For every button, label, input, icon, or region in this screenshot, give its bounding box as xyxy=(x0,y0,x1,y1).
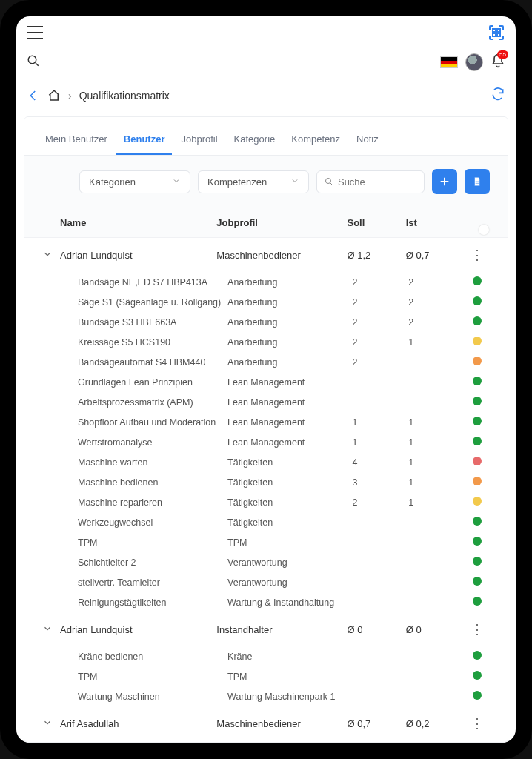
status-dot xyxy=(473,357,482,365)
menu-icon[interactable] xyxy=(27,26,43,39)
search-input[interactable] xyxy=(338,176,416,188)
table-row[interactable]: Wartung MaschinenWartung Maschinenpark 1 xyxy=(24,686,508,706)
table-row[interactable]: Schichtleiter 2Verantwortung xyxy=(24,552,508,572)
row-job: Verantwortung xyxy=(227,577,352,588)
row-menu-icon[interactable]: ⋮ xyxy=(471,716,484,731)
group-job: Maschinenbediener xyxy=(216,250,347,261)
svg-point-4 xyxy=(28,56,36,64)
tab-kompetenz[interactable]: Kompetenz xyxy=(284,127,348,155)
export-button[interactable] xyxy=(465,169,490,194)
group-ist: Ø 0 xyxy=(406,624,465,635)
table-row[interactable]: ReinigungstägtikeitenWartung & Instandha… xyxy=(24,592,508,612)
search-icon[interactable] xyxy=(27,54,40,70)
row-ist: 2 xyxy=(408,277,465,288)
row-job: Anarbeitung xyxy=(227,337,352,348)
row-job: Kräne xyxy=(227,652,352,662)
table-group-row[interactable]: Adrian LundquistMaschinenbedienerØ 1,2Ø … xyxy=(24,238,508,272)
row-ist: 1 xyxy=(408,437,465,448)
group-soll: Ø 1,2 xyxy=(347,250,405,261)
table-group-row[interactable]: Adrian LundquistInstandhalterØ 0Ø 0⋮ xyxy=(24,612,508,646)
table-row[interactable]: Maschine bedienenTätigkeiten31 xyxy=(24,472,508,492)
table-row[interactable]: Bandsäge NE,ED S7 HBP413AAnarbeitung22 xyxy=(24,272,508,292)
table-row[interactable]: Maschine wartenTätigkeiten41 xyxy=(24,452,508,472)
competence-select-label: Kompetenzen xyxy=(207,176,267,188)
notifications-icon[interactable]: 55 xyxy=(491,53,505,71)
category-select[interactable]: Kategorien xyxy=(79,170,190,193)
table-row[interactable]: Maschine reparierenTätigkeiten21 xyxy=(24,492,508,512)
table-row[interactable]: TPMTPM xyxy=(24,532,508,552)
refresh-icon[interactable] xyxy=(491,87,505,105)
status-dot xyxy=(473,377,482,385)
row-ist: 1 xyxy=(408,417,465,428)
row-name: Grundlagen Lean Prinzipien xyxy=(60,377,227,388)
svg-rect-3 xyxy=(497,33,500,36)
row-soll: 1 xyxy=(352,417,408,428)
row-ist: 1 xyxy=(408,457,465,468)
status-dot xyxy=(473,296,482,305)
column-header-name[interactable]: Name xyxy=(60,217,216,228)
row-job: Wartung Maschinenpark 1 xyxy=(227,692,352,702)
group-ist: Ø 0,7 xyxy=(406,250,465,261)
svg-rect-0 xyxy=(493,29,496,32)
tab-notiz[interactable]: Notiz xyxy=(349,127,386,155)
tab-kategorie[interactable]: Kategorie xyxy=(227,127,283,155)
column-header-ist[interactable]: Ist xyxy=(406,217,465,228)
table-row[interactable]: stellvertr. TeamleiterVerantwortung xyxy=(24,572,508,592)
row-job: Anarbeitung xyxy=(227,317,352,328)
group-soll: Ø 0 xyxy=(347,624,405,635)
row-soll: 2 xyxy=(352,297,408,308)
row-job: Tätigkeiten xyxy=(227,477,352,488)
back-icon[interactable] xyxy=(27,89,40,102)
expand-icon[interactable] xyxy=(42,717,60,730)
column-header-soll[interactable]: Soll xyxy=(347,217,405,228)
row-ist: 1 xyxy=(408,497,465,508)
status-dot xyxy=(473,397,482,405)
status-dot xyxy=(473,597,482,606)
row-name: stellvertr. Teamleiter xyxy=(60,577,227,588)
chevron-right-icon: › xyxy=(68,90,72,102)
qr-scan-icon[interactable] xyxy=(488,24,505,42)
table-row[interactable]: Säge S1 (Sägeanlage u. Rollgang)Anarbeit… xyxy=(24,292,508,312)
language-flag-de[interactable] xyxy=(440,56,458,68)
table-row[interactable]: Kräne bedienenKräne xyxy=(24,646,508,666)
expand-icon[interactable] xyxy=(42,623,60,636)
table-row[interactable]: Kreissäge S5 HCS190Anarbeitung21 xyxy=(24,332,508,352)
row-name: TPM xyxy=(60,537,227,548)
status-dot xyxy=(473,671,482,680)
row-name: Säge S1 (Sägeanlage u. Rollgang) xyxy=(60,297,227,308)
add-button[interactable] xyxy=(432,169,457,194)
row-job: Anarbeitung xyxy=(227,297,352,308)
table-row[interactable]: WertstromanalyseLean Management11 xyxy=(24,432,508,452)
row-name: Shopfloor Aufbau und Moderation xyxy=(60,417,227,428)
row-job: Wartung & Instandhaltung xyxy=(227,597,352,608)
group-soll: Ø 0,7 xyxy=(347,718,405,729)
table-row[interactable]: Bundsäge S3 HBE663AAnarbeitung22 xyxy=(24,312,508,332)
row-menu-icon[interactable]: ⋮ xyxy=(471,622,484,637)
row-soll: 3 xyxy=(352,477,408,488)
expand-icon[interactable] xyxy=(42,249,60,262)
group-job: Instandhalter xyxy=(216,624,347,635)
column-header-job[interactable]: Jobprofil xyxy=(216,217,347,228)
row-soll: 2 xyxy=(352,277,408,288)
avatar[interactable] xyxy=(465,53,483,71)
table-row[interactable]: WerkzeugwechselTätigkeiten xyxy=(24,512,508,532)
tab-benutzer[interactable]: Benutzer xyxy=(116,127,173,155)
home-icon[interactable] xyxy=(47,89,61,102)
row-job: TPM xyxy=(227,672,352,682)
row-menu-icon[interactable]: ⋮ xyxy=(471,248,484,262)
status-dot xyxy=(473,497,482,506)
row-name: Schichtleiter 2 xyxy=(60,557,227,568)
table-row[interactable]: Bundsäge S3 HBE663AAnarbeitung21 xyxy=(24,740,508,743)
tab-mein-benutzer[interactable]: Mein Benutzer xyxy=(38,127,115,155)
status-dot xyxy=(473,651,482,660)
table-group-row[interactable]: Arif AsadullahMaschinenbedienerØ 0,7Ø 0,… xyxy=(24,706,508,740)
table-row[interactable]: Arbeitsprozessmatrix (APM)Lean Managemen… xyxy=(24,392,508,412)
table-row[interactable]: TPMTPM xyxy=(24,666,508,686)
table-row[interactable]: Bandsägeautomat S4 HBM440Anarbeitung2 xyxy=(24,352,508,372)
search-input-wrapper[interactable] xyxy=(316,170,425,193)
competence-select[interactable]: Kompetenzen xyxy=(198,170,309,193)
tab-jobprofil[interactable]: Jobprofil xyxy=(173,127,225,155)
table-row[interactable]: Grundlagen Lean PrinzipienLean Managemen… xyxy=(24,372,508,392)
table-row[interactable]: Shopfloor Aufbau und ModerationLean Mana… xyxy=(24,412,508,432)
row-name: Bandsäge NE,ED S7 HBP413A xyxy=(60,277,227,288)
